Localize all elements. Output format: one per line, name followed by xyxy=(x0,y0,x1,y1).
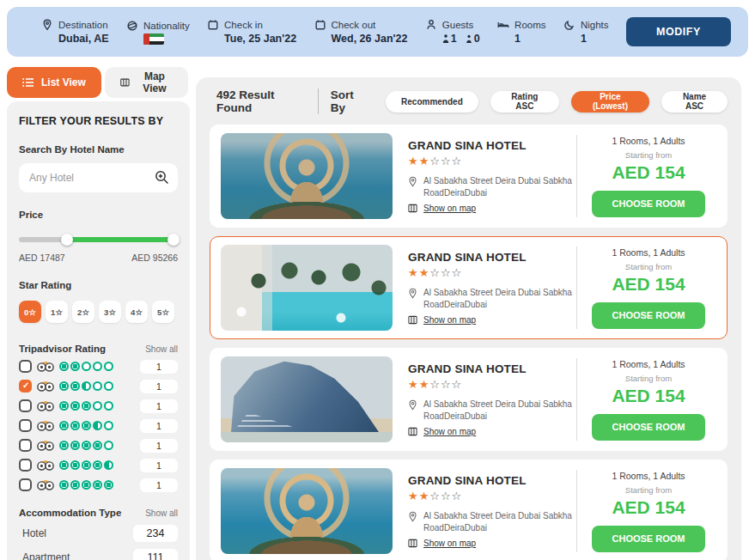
rating-circle xyxy=(59,381,69,391)
tripadvisor-checkbox[interactable] xyxy=(19,360,32,373)
price-text: AED 154 xyxy=(612,497,685,518)
hotel-address: Al Sabakha Street Deira Dubai Sabkha Roa… xyxy=(423,287,573,310)
nationality-label: Nationality xyxy=(143,21,190,31)
hotel-address: Al Sabakha Street Deira Dubai Sabkha Roa… xyxy=(423,399,573,422)
hotel-photo xyxy=(221,133,393,219)
filled-stars: ★★ xyxy=(408,378,429,391)
tripadvisor-row: 1 xyxy=(19,458,178,472)
show-on-map-link[interactable]: Show on map xyxy=(408,539,573,548)
hotel-card[interactable]: GRAND SINA HOTEL ★★☆☆☆ Al Sabakha Street… xyxy=(210,348,728,451)
tripadvisor-rating-circles xyxy=(59,460,135,470)
adults-count: 1 xyxy=(451,33,457,45)
tripadvisor-owl-icon xyxy=(37,479,54,490)
choose-room-button[interactable]: CHOOSE ROOM xyxy=(592,414,705,441)
rating-circle xyxy=(59,441,69,450)
rating-circle xyxy=(93,401,102,411)
price-slider-handle-max[interactable] xyxy=(167,234,180,246)
choose-room-button[interactable]: CHOOSE ROOM xyxy=(592,526,705,552)
check-out-field[interactable]: Check out Wed, 26 Jan'22 xyxy=(314,19,408,45)
guests-field[interactable]: Guests 1 0 xyxy=(425,19,480,45)
accommodation-row-apartment[interactable]: Apartment 111 xyxy=(19,549,178,560)
choose-room-button[interactable]: CHOOSE ROOM xyxy=(592,191,705,217)
tripadvisor-owl-icon xyxy=(37,440,54,451)
tripadvisor-checkbox[interactable] xyxy=(19,380,32,393)
show-on-map-link[interactable]: Show on map xyxy=(408,427,573,436)
bed-icon xyxy=(497,19,509,31)
list-view-button[interactable]: List View xyxy=(7,67,101,98)
rating-circle xyxy=(93,460,102,470)
tripadvisor-show-all-link[interactable]: Show all xyxy=(145,344,178,354)
search-by-name-label: Search By Hotel Name xyxy=(19,144,178,155)
map-view-button[interactable]: Map View xyxy=(105,67,188,98)
rating-circle xyxy=(59,362,69,371)
view-toggle: List View Map View xyxy=(7,67,188,98)
filled-stars: ★★ xyxy=(408,155,429,167)
star-chip-5[interactable]: 5☆ xyxy=(152,301,174,323)
accommodation-show-all-link[interactable]: Show all xyxy=(145,508,178,518)
check-in-field[interactable]: Check in Tue, 25 Jan'22 xyxy=(207,19,296,45)
tripadvisor-row: 1 xyxy=(19,379,178,393)
choose-room-button[interactable]: CHOOSE ROOM xyxy=(592,302,705,329)
hotel-card[interactable]: GRAND SINA HOTEL ★★☆☆☆ Al Sabakha Street… xyxy=(210,460,728,560)
adult-icon xyxy=(442,34,449,43)
nights-field[interactable]: Nights 1 xyxy=(563,19,609,45)
tripadvisor-count: 1 xyxy=(140,380,178,393)
tripadvisor-checkbox[interactable] xyxy=(19,399,32,412)
sort-pill-price-lowest[interactable]: Price (Lowest) xyxy=(571,91,649,113)
show-on-map-link[interactable]: Show on map xyxy=(408,204,573,213)
tripadvisor-owl-icon xyxy=(37,420,54,431)
nationality-field[interactable]: Nationality xyxy=(126,20,190,45)
rooms-field[interactable]: Rooms 1 xyxy=(497,19,545,45)
show-on-map-link[interactable]: Show on map xyxy=(408,315,573,325)
map-view-label: Map View xyxy=(137,70,173,94)
star-chip-0[interactable]: 0☆ xyxy=(19,301,41,323)
nights-value: 1 xyxy=(581,33,609,45)
card-divider xyxy=(576,470,577,552)
show-on-map-label: Show on map xyxy=(423,315,476,325)
star-chip-3[interactable]: 3☆ xyxy=(99,301,121,323)
search-icon[interactable] xyxy=(155,170,169,185)
results-header: 492 Result Found Sort By Recommended Rat… xyxy=(196,77,741,123)
price-slider[interactable] xyxy=(19,234,178,246)
check-out-value: Wed, 26 Jan'22 xyxy=(332,33,408,45)
hotel-name: GRAND SINA HOTEL xyxy=(408,251,573,264)
accommodation-row-hotel[interactable]: Hotel 234 xyxy=(19,525,178,542)
rating-circle xyxy=(59,480,69,490)
hotel-card[interactable]: GRAND SINA HOTEL ★★☆☆☆ Al Sabakha Street… xyxy=(210,236,728,339)
rating-circle xyxy=(59,401,69,411)
modify-button[interactable]: MODIFY xyxy=(626,17,731,46)
price-text: AED 154 xyxy=(612,162,685,183)
star-chip-1[interactable]: 1☆ xyxy=(46,301,68,323)
sort-pill-rating-asc[interactable]: Rating ASC xyxy=(490,91,559,113)
tripadvisor-rating-circles xyxy=(59,362,135,371)
tripadvisor-owl-icon xyxy=(37,380,54,392)
star-chip-4[interactable]: 4☆ xyxy=(125,301,148,323)
show-on-map-label: Show on map xyxy=(423,427,476,436)
destination-field[interactable]: Destination Dubai, AE xyxy=(41,19,109,45)
star-chip-2[interactable]: 2☆ xyxy=(72,301,94,323)
rating-circle xyxy=(93,421,102,430)
tripadvisor-checkbox[interactable] xyxy=(19,478,32,491)
tripadvisor-checkbox[interactable] xyxy=(19,419,32,432)
location-pin-icon xyxy=(408,288,417,299)
price-text: AED 154 xyxy=(612,386,685,406)
filled-stars: ★★ xyxy=(408,490,429,502)
occupancy-text: 1 Rooms, 1 Adults xyxy=(612,136,685,146)
rating-circle xyxy=(104,362,113,371)
rating-circle xyxy=(70,480,80,490)
rating-circle xyxy=(82,441,91,450)
tripadvisor-checkbox[interactable] xyxy=(19,439,32,452)
rooms-label: Rooms xyxy=(514,20,545,30)
price-slider-handle-min[interactable] xyxy=(61,234,73,246)
hotel-photo xyxy=(221,245,393,331)
tripadvisor-rating-label: Tripadvisor Rating xyxy=(19,344,106,354)
tripadvisor-checkbox[interactable] xyxy=(19,459,32,472)
sort-pill-name-asc[interactable]: Name ASC xyxy=(661,91,728,113)
hotel-star-rating: ★★☆☆☆ xyxy=(408,155,573,167)
hotel-card[interactable]: GRAND SINA HOTEL ★★☆☆☆ Al Sabakha Street… xyxy=(210,125,728,228)
sort-pill-recommended[interactable]: Recommended xyxy=(386,91,478,113)
show-on-map-label: Show on map xyxy=(423,204,476,213)
price-slider-track[interactable] xyxy=(19,237,178,242)
accommodation-count: 111 xyxy=(133,549,178,560)
nights-label: Nights xyxy=(581,20,609,30)
